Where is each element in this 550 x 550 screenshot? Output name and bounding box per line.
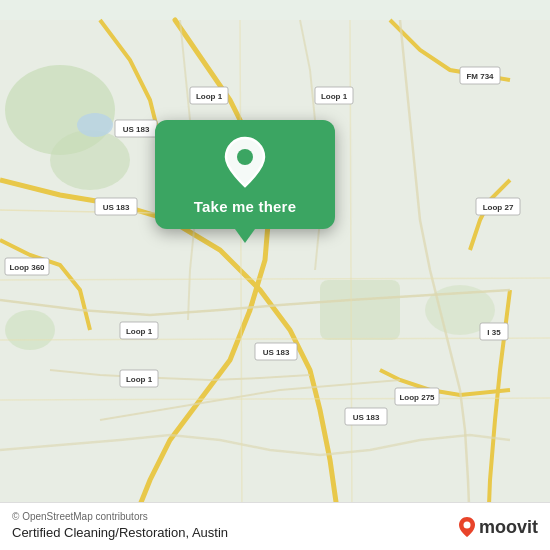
location-pin-icon [223, 136, 267, 188]
map-container: US 183 US 183 US 183 US 183 Loop 1 Loop … [0, 0, 550, 550]
svg-text:FM 734: FM 734 [466, 72, 494, 81]
svg-text:US 183: US 183 [123, 125, 150, 134]
svg-text:Loop 1: Loop 1 [196, 92, 223, 101]
moovit-logo: moovit [458, 516, 538, 538]
moovit-pin-icon [458, 516, 476, 538]
svg-text:Loop 1: Loop 1 [126, 327, 153, 336]
svg-text:I 35: I 35 [487, 328, 501, 337]
svg-text:Loop 1: Loop 1 [321, 92, 348, 101]
moovit-brand-text: moovit [479, 517, 538, 538]
svg-text:US 183: US 183 [263, 348, 290, 357]
popup-card: Take me there [155, 120, 335, 229]
take-me-there-button[interactable]: Take me there [194, 198, 296, 215]
svg-text:Loop 27: Loop 27 [483, 203, 514, 212]
svg-point-5 [5, 310, 55, 350]
svg-text:Loop 1: Loop 1 [126, 375, 153, 384]
svg-point-6 [77, 113, 113, 137]
svg-point-33 [237, 149, 253, 165]
bottom-bar: © OpenStreetMap contributors Certified C… [0, 502, 550, 550]
svg-text:US 183: US 183 [103, 203, 130, 212]
svg-text:US 183: US 183 [353, 413, 380, 422]
svg-point-34 [463, 522, 470, 529]
svg-point-2 [50, 130, 130, 190]
svg-text:Loop 360: Loop 360 [9, 263, 45, 272]
svg-rect-3 [320, 280, 400, 340]
location-icon-wrapper [219, 136, 271, 188]
map-background: US 183 US 183 US 183 US 183 Loop 1 Loop … [0, 0, 550, 550]
svg-text:Loop 275: Loop 275 [399, 393, 435, 402]
